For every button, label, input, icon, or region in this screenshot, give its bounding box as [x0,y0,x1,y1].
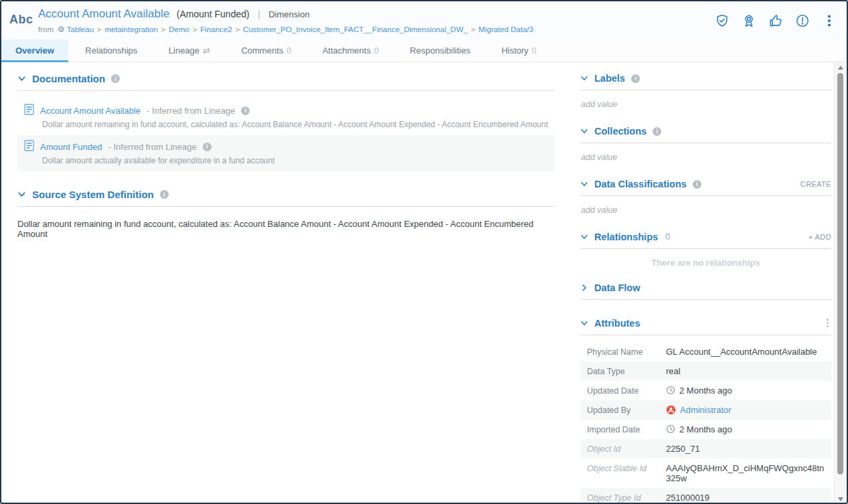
shield-check-icon[interactable] [714,13,730,29]
breadcrumb-item-finance2[interactable]: Finance2 [200,25,232,33]
attributes-table: Physical Name GL Account__AccountAmountA… [580,342,831,504]
breadcrumb-item-metaintegration[interactable]: metaintegration [105,25,158,33]
labels-section-header[interactable]: Labels [580,73,831,90]
object-type-abc-icon: Abc [9,13,33,27]
source-system-definition-title: Source System Definition [32,189,154,200]
certification-ribbon-icon[interactable] [741,13,757,29]
chevron-down-icon [580,233,588,241]
scrollbar-thumb[interactable] [837,73,843,475]
documentation-entry: Amount Funded - Inferred from Lineage Do… [17,135,555,171]
scrollbar-up-arrow[interactable] [835,62,846,72]
table-row: Object Type Id 251000019 [580,488,831,504]
attribute-label: Object Stable Id [587,463,666,473]
chevron-down-icon [580,180,588,188]
info-icon[interactable] [160,190,169,199]
tab-history[interactable]: History0 [487,39,550,62]
breadcrumb: from⚙Tableau>metaintegration>Demo>Financ… [38,25,533,34]
thumbs-up-icon[interactable] [768,13,784,29]
create-button[interactable]: CREATE [800,180,831,188]
object-type-label: Dimension [268,9,309,19]
table-row: Data Type real [580,361,831,381]
labels-add-value[interactable]: add value [581,100,831,109]
attribute-value: 2 Months ago [679,386,732,396]
attribute-label: Imported Date [587,424,666,434]
attribute-value: 251000019 [666,493,709,503]
title-block: Account Amount Available (Amount Funded)… [38,7,533,34]
relationships-empty-message: There are no relationships [580,258,831,268]
tab-count: 0 [374,46,379,56]
chevron-down-icon [17,190,26,199]
info-icon[interactable] [631,74,640,83]
attribute-label: Data Type [587,366,666,376]
info-icon[interactable] [241,106,250,115]
tab-responsibilities[interactable]: Responsibilities [396,39,484,62]
main-content: Documentation Account Amount Available -… [17,62,555,239]
breadcrumb-item-demo[interactable]: Demo [169,25,189,33]
documentation-section-header[interactable]: Documentation [17,73,555,91]
scrollbar-down-arrow[interactable] [835,494,846,504]
data-classifications-add-value[interactable]: add value [581,205,831,215]
attribute-value: 2 Months ago [679,424,732,434]
table-row: Imported Date 2 Months ago [580,420,831,439]
breadcrumb-prefix: from [38,25,54,33]
issue-alert-icon[interactable] [794,13,811,29]
documentation-entry-origin: - Inferred from Lineage [108,142,197,152]
attribute-value: real [666,366,681,376]
info-icon[interactable] [111,74,120,83]
attributes-section-header[interactable]: Attributes [580,317,831,335]
app-window: Abc Account Amount Available (Amount Fun… [0,0,848,504]
breadcrumb-separator: > [193,25,197,33]
attributes-menu-kebab-icon[interactable] [824,317,831,329]
add-relationship-button[interactable]: + ADD [809,233,831,241]
page-title: Account Amount Available [38,7,169,20]
document-icon [24,104,34,117]
data-classifications-section-header[interactable]: Data Classifications CREATE [580,179,831,196]
relationships-title: Relationships [594,232,658,242]
documentation-entry: Account Amount Available - Inferred from… [17,99,555,135]
table-row: Updated By Administrator [580,400,831,420]
table-row: Updated Date 2 Months ago [580,381,831,400]
breadcrumb-item-fact-table[interactable]: Customer_PO_Invoice_Item_FACT__Finance_D… [243,25,468,33]
tab-lineage[interactable]: Lineage⇄ [155,39,224,62]
chevron-down-icon [580,127,588,135]
updated-by-link[interactable]: Administrator [680,405,732,415]
breadcrumb-item-migrated-data[interactable]: Migrated Data/3 [479,25,533,33]
documentation-entry-origin: - Inferred from Lineage [147,106,235,116]
attribute-value: GL Account__AccountAmountAvailable [666,347,817,357]
tab-overview[interactable]: Overview [1,39,68,62]
info-icon[interactable] [653,127,661,136]
more-menu-kebab-icon[interactable] [821,13,837,29]
collections-title: Collections [594,126,647,137]
data-classifications-title: Data Classifications [594,179,687,189]
source-system-definition-text: Dollar amount remaining in fund account,… [17,219,555,239]
title-separator: | [258,9,260,19]
relationships-section-header[interactable]: Relationships 0 + ADD [580,232,831,249]
data-flow-title: Data Flow [594,282,640,293]
relationships-count: 0 [665,232,670,242]
attribute-label: Object Id [587,444,666,454]
breadcrumb-separator: > [161,25,165,33]
chevron-right-icon [580,284,588,292]
info-icon[interactable] [693,180,701,189]
data-flow-section-header[interactable]: Data Flow [580,282,831,300]
documentation-entry-link[interactable]: Account Amount Available [40,106,141,116]
collections-add-value[interactable]: add value [581,153,831,162]
chevron-down-icon [580,74,588,82]
attribute-label: Updated Date [587,386,666,396]
labels-title: Labels [594,73,625,84]
page-subtitle: (Amount Funded) [177,9,250,19]
breadcrumb-item-tableau[interactable]: Tableau [67,25,94,33]
chevron-down-icon [17,74,26,83]
attribute-label: Updated By [587,405,666,415]
model-gear-icon: ⚙ [58,25,65,34]
tab-comments[interactable]: Comments0 [227,39,305,62]
source-system-definition-header[interactable]: Source System Definition [17,189,555,207]
info-icon[interactable] [203,143,211,151]
collections-section-header[interactable]: Collections [580,126,831,143]
tab-relationships[interactable]: Relationships [71,39,151,62]
tab-attachments[interactable]: Attachments0 [309,39,393,62]
documentation-entry-link[interactable]: Amount Funded [40,142,102,152]
clock-icon [666,386,675,395]
tab-count: 0 [532,46,537,56]
header: Abc Account Amount Available (Amount Fun… [1,1,847,39]
